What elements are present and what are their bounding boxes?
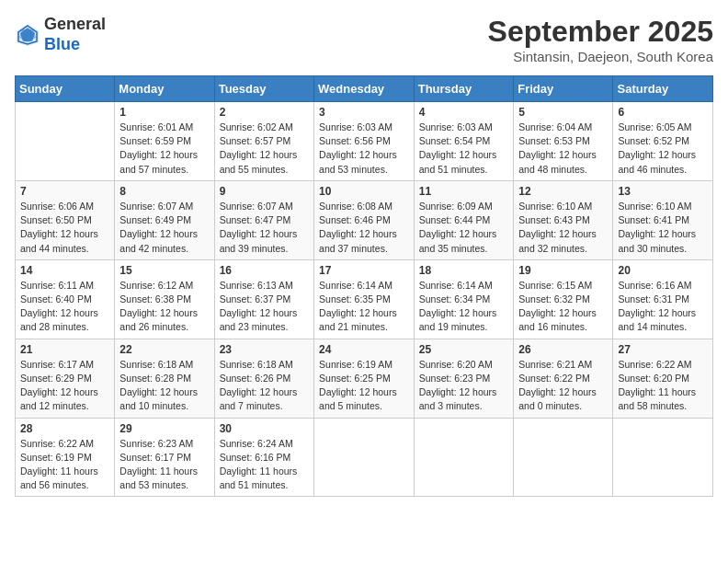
day-info: Sunrise: 6:03 AM Sunset: 6:54 PM Dayligh…: [419, 121, 508, 177]
day-number: 28: [20, 422, 109, 435]
calendar-cell: 28Sunrise: 6:22 AM Sunset: 6:19 PM Dayli…: [16, 418, 115, 497]
logo-blue-text: Blue: [44, 35, 80, 53]
day-info: Sunrise: 6:14 AM Sunset: 6:35 PM Dayligh…: [319, 279, 409, 335]
day-info: Sunrise: 6:07 AM Sunset: 6:47 PM Dayligh…: [220, 200, 309, 256]
day-number: 18: [419, 264, 508, 277]
calendar-cell: 27Sunrise: 6:22 AM Sunset: 6:20 PM Dayli…: [613, 339, 713, 418]
calendar-cell: 19Sunrise: 6:15 AM Sunset: 6:32 PM Dayli…: [514, 259, 613, 339]
calendar-cell: [613, 418, 713, 497]
calendar-cell: 21Sunrise: 6:17 AM Sunset: 6:29 PM Dayli…: [16, 339, 115, 418]
day-number: 21: [20, 343, 109, 356]
day-info: Sunrise: 6:20 AM Sunset: 6:23 PM Dayligh…: [419, 358, 508, 414]
location-subtitle: Sintansin, Daejeon, South Korea: [488, 49, 713, 64]
calendar-week-row: 21Sunrise: 6:17 AM Sunset: 6:29 PM Dayli…: [16, 339, 713, 418]
day-number: 15: [119, 264, 209, 277]
calendar-cell: 12Sunrise: 6:10 AM Sunset: 6:43 PM Dayli…: [514, 180, 613, 259]
calendar-cell: [514, 418, 613, 497]
calendar-cell: 22Sunrise: 6:18 AM Sunset: 6:28 PM Dayli…: [115, 339, 214, 418]
day-number: 8: [119, 185, 209, 198]
day-info: Sunrise: 6:01 AM Sunset: 6:59 PM Dayligh…: [119, 121, 209, 177]
day-info: Sunrise: 6:07 AM Sunset: 6:49 PM Dayligh…: [119, 200, 209, 256]
day-info: Sunrise: 6:09 AM Sunset: 6:44 PM Dayligh…: [419, 200, 508, 256]
day-number: 9: [220, 185, 309, 198]
day-info: Sunrise: 6:22 AM Sunset: 6:20 PM Dayligh…: [618, 358, 708, 414]
day-number: 20: [618, 264, 708, 277]
calendar-cell: 30Sunrise: 6:24 AM Sunset: 6:16 PM Dayli…: [214, 418, 313, 497]
day-number: 22: [119, 343, 209, 356]
day-info: Sunrise: 6:12 AM Sunset: 6:38 PM Dayligh…: [119, 279, 209, 335]
calendar-cell: 8Sunrise: 6:07 AM Sunset: 6:49 PM Daylig…: [115, 180, 214, 259]
calendar-week-row: 28Sunrise: 6:22 AM Sunset: 6:19 PM Dayli…: [16, 418, 713, 497]
day-number: 13: [618, 185, 708, 198]
day-of-week-header: Thursday: [414, 76, 513, 102]
calendar-cell: [16, 102, 115, 181]
day-info: Sunrise: 6:19 AM Sunset: 6:25 PM Dayligh…: [319, 358, 409, 414]
day-info: Sunrise: 6:10 AM Sunset: 6:41 PM Dayligh…: [618, 200, 708, 256]
calendar-cell: 5Sunrise: 6:04 AM Sunset: 6:53 PM Daylig…: [514, 102, 613, 181]
day-info: Sunrise: 6:04 AM Sunset: 6:53 PM Dayligh…: [518, 121, 608, 177]
day-info: Sunrise: 6:10 AM Sunset: 6:43 PM Dayligh…: [518, 200, 608, 256]
page-header: General Blue September 2025 Sintansin, D…: [15, 15, 713, 64]
calendar-cell: 14Sunrise: 6:11 AM Sunset: 6:40 PM Dayli…: [16, 259, 115, 339]
day-number: 16: [220, 264, 309, 277]
day-of-week-header: Saturday: [613, 76, 713, 102]
title-block: September 2025 Sintansin, Daejeon, South…: [488, 15, 713, 64]
calendar-cell: 18Sunrise: 6:14 AM Sunset: 6:34 PM Dayli…: [414, 259, 513, 339]
day-info: Sunrise: 6:03 AM Sunset: 6:56 PM Dayligh…: [319, 121, 409, 177]
day-number: 4: [419, 106, 508, 119]
day-info: Sunrise: 6:14 AM Sunset: 6:34 PM Dayligh…: [419, 279, 508, 335]
day-info: Sunrise: 6:17 AM Sunset: 6:29 PM Dayligh…: [20, 358, 109, 414]
day-info: Sunrise: 6:11 AM Sunset: 6:40 PM Dayligh…: [20, 279, 109, 335]
calendar-cell: [314, 418, 415, 497]
day-info: Sunrise: 6:18 AM Sunset: 6:28 PM Dayligh…: [119, 358, 209, 414]
day-info: Sunrise: 6:24 AM Sunset: 6:16 PM Dayligh…: [220, 437, 309, 493]
day-number: 6: [618, 106, 708, 119]
calendar-cell: 1Sunrise: 6:01 AM Sunset: 6:59 PM Daylig…: [115, 102, 214, 181]
day-info: Sunrise: 6:13 AM Sunset: 6:37 PM Dayligh…: [220, 279, 309, 335]
month-title: September 2025: [488, 15, 713, 49]
calendar-cell: 29Sunrise: 6:23 AM Sunset: 6:17 PM Dayli…: [115, 418, 214, 497]
calendar-cell: 13Sunrise: 6:10 AM Sunset: 6:41 PM Dayli…: [613, 180, 713, 259]
day-info: Sunrise: 6:21 AM Sunset: 6:22 PM Dayligh…: [518, 358, 608, 414]
day-number: 26: [518, 343, 608, 356]
calendar-cell: 2Sunrise: 6:02 AM Sunset: 6:57 PM Daylig…: [214, 102, 313, 181]
day-number: 10: [319, 185, 409, 198]
calendar-week-row: 7Sunrise: 6:06 AM Sunset: 6:50 PM Daylig…: [16, 180, 713, 259]
day-info: Sunrise: 6:18 AM Sunset: 6:26 PM Dayligh…: [220, 358, 309, 414]
calendar-week-row: 1Sunrise: 6:01 AM Sunset: 6:59 PM Daylig…: [16, 102, 713, 181]
calendar-cell: [414, 418, 513, 497]
day-of-week-header: Wednesday: [314, 76, 415, 102]
logo-general-text: General: [44, 15, 106, 33]
calendar-cell: 11Sunrise: 6:09 AM Sunset: 6:44 PM Dayli…: [414, 180, 513, 259]
day-info: Sunrise: 6:02 AM Sunset: 6:57 PM Dayligh…: [220, 121, 309, 177]
day-number: 7: [20, 185, 109, 198]
day-number: 5: [518, 106, 608, 119]
calendar-cell: 17Sunrise: 6:14 AM Sunset: 6:35 PM Dayli…: [314, 259, 415, 339]
logo-icon: [15, 22, 40, 48]
calendar-cell: 24Sunrise: 6:19 AM Sunset: 6:25 PM Dayli…: [314, 339, 415, 418]
day-number: 1: [119, 106, 209, 119]
calendar-cell: 20Sunrise: 6:16 AM Sunset: 6:31 PM Dayli…: [613, 259, 713, 339]
calendar-cell: 16Sunrise: 6:13 AM Sunset: 6:37 PM Dayli…: [214, 259, 313, 339]
day-number: 29: [119, 422, 209, 435]
day-number: 2: [220, 106, 309, 119]
calendar-cell: 26Sunrise: 6:21 AM Sunset: 6:22 PM Dayli…: [514, 339, 613, 418]
calendar-cell: 6Sunrise: 6:05 AM Sunset: 6:52 PM Daylig…: [613, 102, 713, 181]
calendar-cell: 7Sunrise: 6:06 AM Sunset: 6:50 PM Daylig…: [16, 180, 115, 259]
day-of-week-header: Tuesday: [214, 76, 313, 102]
calendar-header-row: SundayMondayTuesdayWednesdayThursdayFrid…: [16, 76, 713, 102]
day-of-week-header: Monday: [115, 76, 214, 102]
day-number: 25: [419, 343, 508, 356]
calendar-table: SundayMondayTuesdayWednesdayThursdayFrid…: [15, 75, 713, 497]
calendar-cell: 15Sunrise: 6:12 AM Sunset: 6:38 PM Dayli…: [115, 259, 214, 339]
day-number: 11: [419, 185, 508, 198]
calendar-cell: 25Sunrise: 6:20 AM Sunset: 6:23 PM Dayli…: [414, 339, 513, 418]
day-info: Sunrise: 6:06 AM Sunset: 6:50 PM Dayligh…: [20, 200, 109, 256]
day-info: Sunrise: 6:15 AM Sunset: 6:32 PM Dayligh…: [518, 279, 608, 335]
day-number: 27: [618, 343, 708, 356]
day-of-week-header: Friday: [514, 76, 613, 102]
calendar-cell: 3Sunrise: 6:03 AM Sunset: 6:56 PM Daylig…: [314, 102, 415, 181]
day-info: Sunrise: 6:08 AM Sunset: 6:46 PM Dayligh…: [319, 200, 409, 256]
day-info: Sunrise: 6:23 AM Sunset: 6:17 PM Dayligh…: [119, 437, 209, 493]
day-info: Sunrise: 6:22 AM Sunset: 6:19 PM Dayligh…: [20, 437, 109, 493]
